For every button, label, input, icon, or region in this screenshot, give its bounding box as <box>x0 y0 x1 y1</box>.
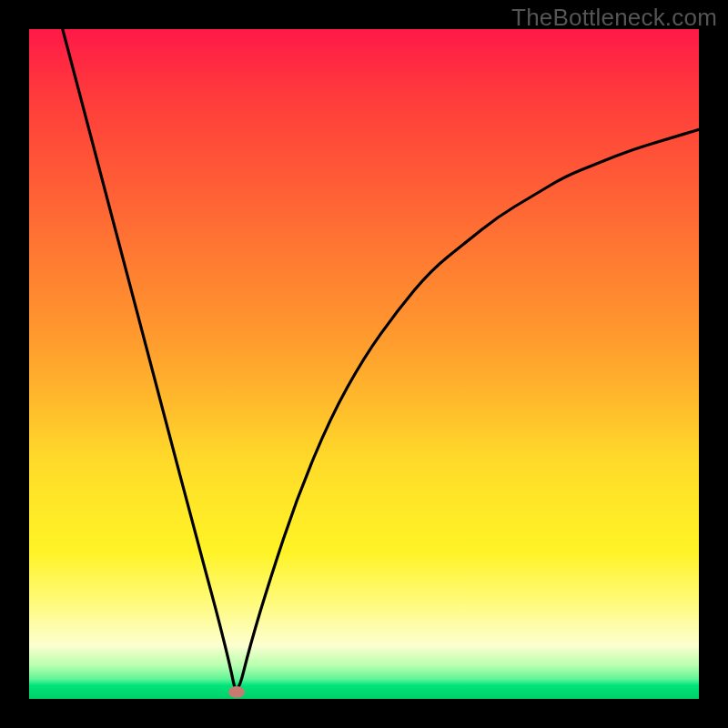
plot-area <box>29 29 699 699</box>
curve-svg <box>29 29 699 699</box>
chart-frame: TheBottleneck.com <box>0 0 728 728</box>
watermark-text: TheBottleneck.com <box>511 4 717 32</box>
minimum-marker <box>228 686 245 698</box>
bottleneck-curve-path <box>63 29 699 689</box>
